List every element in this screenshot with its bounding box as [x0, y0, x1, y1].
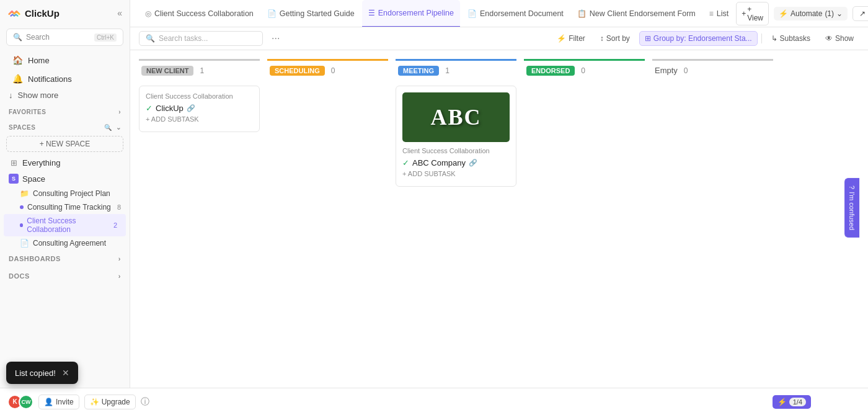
dot-icon — [20, 205, 24, 209]
spaces-search-icon[interactable]: 🔍 — [104, 124, 112, 131]
link-icon-abc: 🔗 — [469, 159, 477, 167]
toolbar-more-options[interactable]: ··· — [268, 32, 283, 45]
add-subtask-btn-abc[interactable]: + ADD SUBTASK — [402, 167, 510, 180]
new-space-label: + NEW SPACE — [40, 140, 90, 148]
column-endorsed: ENDORSED 0 — [524, 59, 645, 406]
sidebar-item-consulting-agreement[interactable]: 📄 Consulting Agreement — [0, 236, 130, 250]
dashboards-section[interactable]: DASHBOARDS › — [0, 250, 130, 267]
card-title-clickup: ClickUp — [156, 104, 184, 113]
feedback-label: I'm confused — [848, 192, 856, 230]
help-icon[interactable]: ⓘ — [141, 396, 149, 408]
space-name: Space — [22, 174, 45, 184]
new-space-button[interactable]: + NEW SPACE — [6, 136, 123, 152]
column-header-meeting: MEETING 1 — [396, 59, 516, 81]
card-title-row-abc: ✓ ABC Company 🔗 — [402, 158, 510, 167]
task-card-abc[interactable]: ABC Client Success Collaboration ✓ ABC C… — [396, 86, 516, 187]
spaces-expand-icon[interactable]: ⌄ — [116, 124, 122, 131]
toast-notification: List copied! ✕ — [6, 362, 78, 384]
toolbar-separator — [761, 33, 762, 43]
filter-icon: ⚡ — [557, 34, 566, 43]
group-by-button[interactable]: ⊞ Group by: Endorsement Sta... — [639, 31, 758, 46]
filter-label: Filter — [569, 34, 585, 43]
tab-endorsement-document[interactable]: 📄 Endorsement Document — [461, 0, 570, 27]
view-btn-label: + View — [747, 5, 763, 22]
kanban-board: NEW CLIENT 1 Client Success Collaboratio… — [130, 50, 868, 415]
client-success-badge: 2 — [113, 221, 117, 229]
space-item[interactable]: S Space — [0, 171, 130, 187]
subtasks-label: Subtasks — [780, 34, 810, 43]
card-project-label: Client Success Collaboration — [146, 92, 253, 100]
subtasks-button[interactable]: ↳ Subtasks — [766, 31, 816, 46]
automate-icon: ⚡ — [779, 9, 788, 18]
task-card-clickup[interactable]: Client Success Collaboration ✓ ClickUp 🔗… — [139, 86, 260, 132]
view-button[interactable]: + + View — [736, 2, 769, 25]
feedback-tab[interactable]: ? I'm confused — [844, 177, 859, 237]
column-scheduling: SCHEDULING 0 — [267, 59, 388, 406]
toast-close-btn[interactable]: ✕ — [62, 368, 69, 378]
card-image-abc: ABC — [402, 92, 510, 142]
invite-button[interactable]: 👤 Invite — [38, 395, 79, 409]
sidebar-search[interactable]: 🔍 Search Ctrl+K — [6, 29, 123, 46]
search-tasks-placeholder: Search tasks... — [159, 34, 208, 43]
automate-label: Automate — [790, 9, 822, 18]
sort-button[interactable]: ↕ Sort by — [595, 31, 636, 46]
show-button[interactable]: 👁 Show — [820, 31, 859, 46]
consulting-time-label: Consulting Time Tracking — [27, 203, 111, 212]
show-more-btn[interactable]: ↓ Show more — [0, 88, 130, 102]
check-icon-abc: ✓ — [402, 158, 409, 167]
search-icon: 🔍 — [13, 33, 22, 42]
favorites-chevron[interactable]: › — [118, 109, 121, 115]
card-title-abc: ABC Company — [412, 158, 466, 167]
tab-new-client-form[interactable]: 📋 New Client Endorsement Form — [571, 0, 702, 27]
nav-home[interactable]: 🏠 Home — [4, 51, 126, 69]
tab-collaboration-icon: ◎ — [145, 9, 151, 18]
tab-getting-started-label: Getting Started Guide — [280, 9, 355, 18]
doc-icon: 📄 — [20, 239, 29, 248]
search-placeholder: Search — [26, 33, 50, 42]
share-button[interactable]: ↗ Share — [852, 6, 868, 21]
tab-getting-started-icon: 📄 — [267, 9, 277, 18]
show-more-label: Show more — [18, 91, 59, 100]
sidebar-item-client-success[interactable]: Client Success Collaboration 2 — [4, 214, 126, 236]
docs-section[interactable]: DOCS › — [0, 267, 130, 285]
person-icon: 👤 — [44, 398, 53, 406]
filter-button[interactable]: ⚡ Filter — [551, 31, 591, 46]
tab-collaboration-label: Client Success Collaboration — [154, 9, 254, 18]
main-content: ◎ Client Success Collaboration 📄 Getting… — [130, 0, 868, 415]
home-icon: 🏠 — [12, 55, 23, 65]
bolt-button[interactable]: ⚡ 1/4 — [773, 395, 811, 409]
tab-document-icon: 📄 — [467, 9, 477, 18]
badge-new-client: NEW CLIENT — [141, 66, 193, 76]
badge-endorsed: ENDORSED — [526, 66, 575, 76]
tab-list-label: List — [717, 9, 728, 18]
automate-chevron: ⌄ — [836, 9, 843, 18]
search-tasks-input[interactable]: 🔍 Search tasks... — [139, 31, 263, 46]
tab-form-icon: 📋 — [577, 9, 587, 18]
tab-collaboration[interactable]: ◎ Client Success Collaboration — [139, 0, 260, 27]
bottom-bar: K CW 👤 Invite ✨ Upgrade ⓘ ⚡ 1/4 — [0, 388, 868, 415]
count-new-client: 1 — [200, 66, 204, 75]
tab-getting-started[interactable]: 📄 Getting Started Guide — [261, 0, 361, 27]
sidebar-item-consulting-project[interactable]: 📁 Consulting Project Plan — [0, 187, 130, 200]
count-endorsed: 0 — [581, 66, 585, 75]
sidebar-item-consulting-time[interactable]: Consulting Time Tracking 8 — [0, 200, 130, 214]
link-icon: 🔗 — [187, 104, 195, 112]
column-new-client: NEW CLIENT 1 Client Success Collaboratio… — [139, 59, 260, 406]
everything-item[interactable]: ⊞ Everything — [0, 154, 130, 171]
upgrade-label: Upgrade — [102, 398, 130, 406]
tab-list[interactable]: ≡ List — [703, 0, 735, 27]
docs-chevron: › — [118, 272, 121, 280]
tab-endorsement-pipeline[interactable]: ☰ Endorsement Pipeline — [362, 0, 460, 27]
add-subtask-btn[interactable]: + ADD SUBTASK — [146, 113, 253, 125]
nav-home-label: Home — [28, 56, 50, 65]
upgrade-button[interactable]: ✨ Upgrade — [84, 395, 136, 409]
sort-icon: ↕ — [600, 34, 604, 43]
clickup-logo[interactable]: ClickUp — [7, 6, 60, 20]
column-header-new-client: NEW CLIENT 1 — [139, 59, 260, 81]
tab-pipeline-label: Endorsement Pipeline — [378, 9, 454, 17]
sidebar-collapse-btn[interactable]: « — [117, 8, 122, 18]
automate-button[interactable]: ⚡ Automate (1) ⌄ — [774, 7, 848, 20]
tab-list-icon: ≡ — [709, 9, 714, 18]
arrow-down-icon: ↓ — [9, 91, 13, 100]
nav-notifications[interactable]: 🔔 Notifications — [4, 70, 126, 87]
